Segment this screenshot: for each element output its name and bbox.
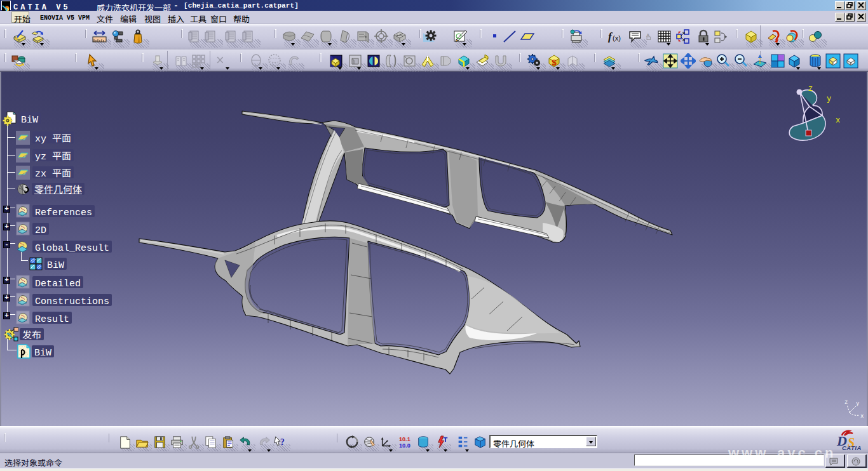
svg-text:CATIA: CATIA: [842, 444, 862, 451]
svg-text:10.1: 10.1: [399, 436, 410, 442]
svg-text:S: S: [552, 58, 557, 67]
svg-text:x: x: [860, 413, 864, 420]
svg-text:y: y: [827, 95, 831, 103]
svg-text:x: x: [836, 116, 840, 125]
svg-text:10.0: 10.0: [399, 442, 410, 449]
svg-text:?: ?: [280, 437, 285, 447]
svg-text:y: y: [856, 401, 860, 407]
svg-text:z: z: [808, 84, 813, 93]
svg-text:(x): (x): [613, 34, 621, 42]
svg-text:z: z: [844, 399, 848, 406]
